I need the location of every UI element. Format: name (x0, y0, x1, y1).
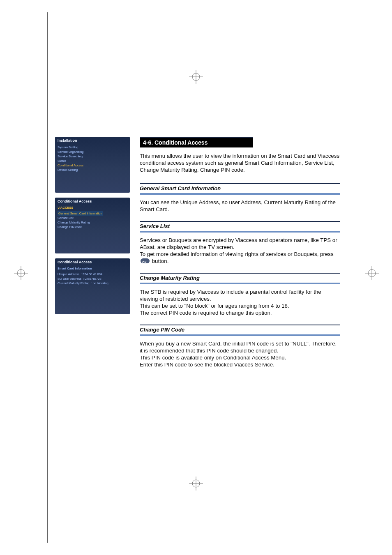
crop-mark-top (189, 70, 203, 84)
screenshot-column: Installation System Setting Service Orga… (55, 137, 130, 376)
screenshot-title: Installation (58, 138, 127, 143)
page-content: Installation System Setting Service Orga… (55, 137, 340, 376)
info-row: Unique Address: 324 00 49 094 (58, 272, 127, 276)
body-text: When you buy a new Smart Card, the initi… (140, 340, 340, 368)
body-text: Services or Bouquets are encrypted by Vi… (140, 237, 340, 265)
info-row: SO User Address: 0xc57ac728 (58, 276, 127, 281)
menu-item: Default Setting (58, 168, 127, 172)
menu-item: System Setting (58, 145, 127, 150)
body-text: The STB is required by Viaccess to inclu… (140, 288, 340, 316)
svg-point-9 (368, 269, 376, 277)
screenshot-subtitle: VIACCESS (58, 206, 127, 210)
crop-mark-left (14, 266, 28, 280)
menu-item: Change PIN code (58, 225, 127, 229)
page-rule-left (47, 12, 48, 543)
page-rule-right (345, 12, 345, 543)
text-column: 4-6. Conditional Access This menu allows… (140, 137, 340, 376)
subsection-heading: General Smart Card Information (140, 183, 340, 195)
menu-item: Service Searching (58, 154, 127, 159)
subsection-heading: Service List (140, 221, 340, 233)
menu-item-highlight: Conditional Access (58, 163, 127, 168)
svg-point-3 (192, 480, 200, 487)
ok-button-icon (141, 258, 150, 263)
crop-mark-bottom (189, 477, 203, 491)
menu-item: Service List (58, 216, 127, 220)
screenshot-ca-menu: Conditional Access VIACCESS General Smar… (55, 198, 130, 253)
info-row: Current Maturity Rating: no blocking (58, 281, 127, 286)
svg-point-0 (192, 73, 200, 81)
subsection-heading: Change Maturity Rating (140, 273, 340, 284)
section-heading-main: 4-6. Conditional Access (140, 137, 253, 147)
screenshot-subtitle: Smart Card Information (58, 267, 127, 270)
screenshot-title: Conditional Access (58, 199, 127, 203)
screenshot-installation: Installation System Setting Service Orga… (55, 137, 130, 193)
body-text: You can see the Unique Address, so user … (140, 199, 340, 213)
menu-item: Change Maturity Rating (58, 220, 127, 225)
screenshot-title: Conditional Access (58, 260, 127, 264)
svg-point-6 (17, 269, 25, 277)
menu-item: Status (58, 159, 127, 163)
screenshot-ca-info: Conditional Access Smart Card Informatio… (55, 258, 130, 314)
intro-text: This menu allows the user to view the in… (140, 152, 340, 173)
menu-item-highlight: General Smart Card Information (58, 211, 103, 216)
crop-mark-right (365, 266, 379, 280)
menu-item: Service Organising (58, 150, 127, 154)
subsection-heading: Change PIN Code (140, 325, 340, 336)
